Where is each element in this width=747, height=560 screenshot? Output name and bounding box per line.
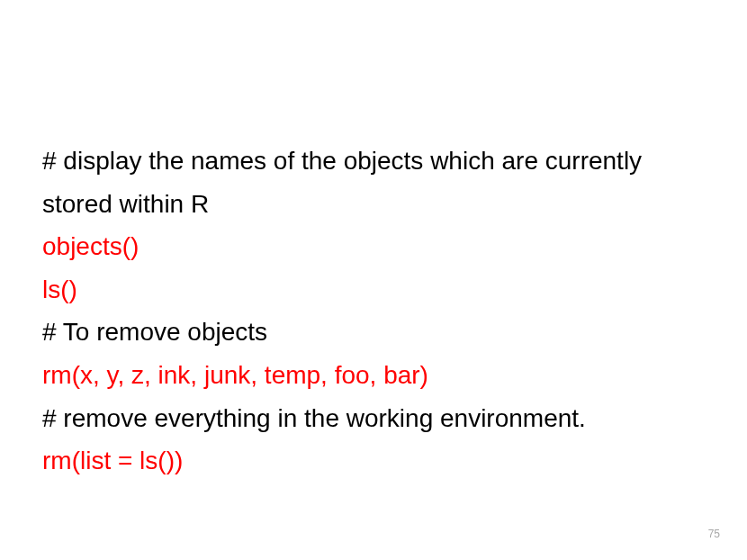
- code-line: objects(): [42, 225, 705, 268]
- page-number: 75: [708, 528, 720, 540]
- comment-line: # display the names of the objects which…: [42, 140, 705, 225]
- slide-content: # display the names of the objects which…: [42, 140, 705, 483]
- comment-line: # remove everything in the working envir…: [42, 397, 705, 440]
- code-line: ls(): [42, 268, 705, 312]
- comment-line: # To remove objects: [42, 311, 705, 354]
- code-line: rm(x, y, z, ink, junk, temp, foo, bar): [42, 354, 705, 397]
- code-line: rm(list = ls()): [42, 439, 705, 483]
